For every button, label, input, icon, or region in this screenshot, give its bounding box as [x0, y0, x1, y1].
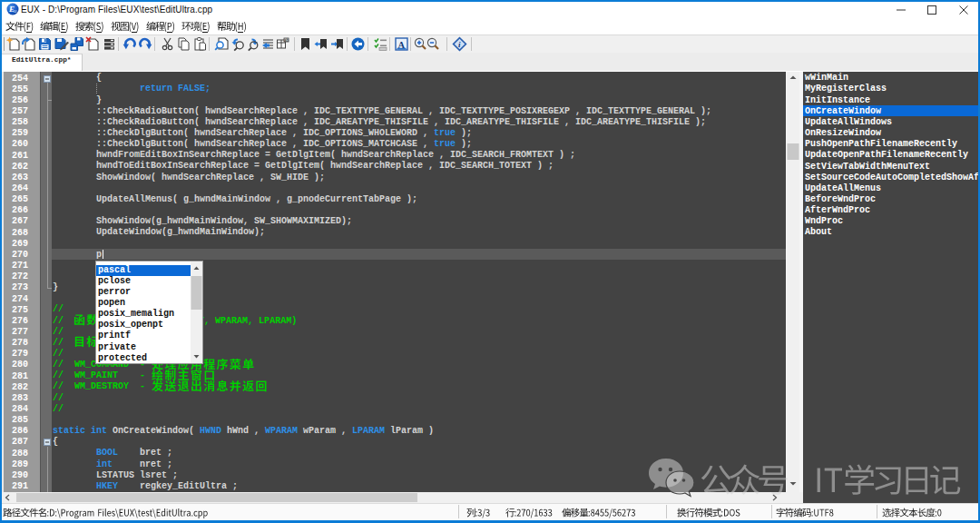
- svg-text:ab: ab: [284, 38, 289, 43]
- svg-text:u: u: [14, 7, 17, 15]
